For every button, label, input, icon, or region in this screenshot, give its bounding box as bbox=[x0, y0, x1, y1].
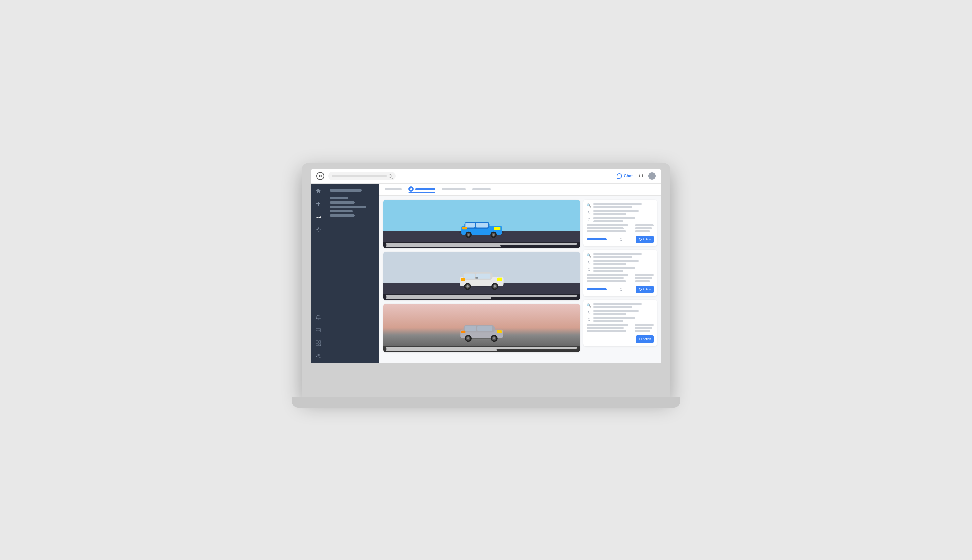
right-card-1-header: 🔍 bbox=[587, 203, 654, 208]
icon-sidebar bbox=[311, 183, 326, 363]
right-card-3-row3: ⏱ bbox=[587, 317, 654, 322]
svg-rect-34 bbox=[460, 278, 465, 280]
topbar-right: Chat bbox=[617, 172, 655, 180]
caption-bar-1 bbox=[386, 243, 577, 245]
right-col-a-3 bbox=[587, 324, 633, 332]
nav-item-2[interactable] bbox=[330, 202, 355, 204]
svg-rect-40 bbox=[477, 326, 492, 331]
clock-icon-3: ⏱ bbox=[587, 317, 591, 322]
action-button-2[interactable]: Action bbox=[636, 285, 654, 293]
right-text-3-2 bbox=[593, 306, 632, 308]
tabs-bar: 3 bbox=[379, 183, 661, 196]
right-col-b-1 bbox=[635, 224, 654, 232]
clock-icon-1: ⏱ bbox=[587, 217, 591, 222]
right-action-row-2: ⏱ Action bbox=[587, 285, 654, 293]
svg-rect-33 bbox=[497, 277, 502, 280]
listings-main: ··· bbox=[383, 200, 580, 359]
right-text-clock-2 bbox=[593, 267, 654, 272]
right-text-2-2 bbox=[593, 256, 632, 258]
action-link-2[interactable] bbox=[587, 288, 607, 290]
bell-nav-icon[interactable] bbox=[315, 314, 322, 321]
right-text-2-1 bbox=[593, 253, 642, 255]
svg-point-16 bbox=[468, 233, 470, 236]
tab-2[interactable]: 3 bbox=[408, 186, 435, 192]
right-icon-row-2: ⏱ bbox=[619, 287, 624, 292]
r2-col-a-3 bbox=[587, 280, 626, 282]
right-col-a-2 bbox=[587, 274, 633, 282]
right-text-1-2 bbox=[593, 206, 632, 208]
chat-button[interactable]: Chat bbox=[617, 173, 633, 178]
settings-icon[interactable] bbox=[315, 226, 322, 233]
r3-col-a-1 bbox=[587, 324, 629, 326]
nav-item-3[interactable] bbox=[330, 206, 366, 208]
inbox-icon[interactable] bbox=[315, 327, 322, 334]
r3-col-b-2 bbox=[635, 327, 652, 329]
svg-rect-35 bbox=[475, 277, 478, 278]
action-link-1[interactable] bbox=[587, 238, 607, 240]
add-icon[interactable] bbox=[315, 200, 322, 207]
users-icon[interactable] bbox=[315, 353, 322, 359]
action-btn-label-3: Action bbox=[642, 337, 651, 341]
car-icon[interactable] bbox=[315, 213, 322, 220]
r2-col-a-2 bbox=[587, 277, 624, 279]
listing-image-1 bbox=[383, 200, 580, 248]
r1-col-a-3 bbox=[587, 230, 626, 232]
tab-4[interactable] bbox=[472, 188, 491, 191]
right-card-3-row2: ↻ bbox=[587, 310, 654, 315]
right-card-1-row2: ↻ bbox=[587, 210, 654, 215]
laptop-base bbox=[292, 397, 680, 408]
right-text-refresh-1 bbox=[593, 210, 654, 215]
nav-item-1[interactable] bbox=[330, 197, 348, 199]
right-text-refresh-2 bbox=[593, 260, 654, 265]
r3-col-a-2 bbox=[587, 327, 624, 329]
headphone-icon[interactable] bbox=[637, 173, 644, 179]
chat-icon bbox=[617, 173, 622, 178]
caption-bar-3 bbox=[386, 295, 577, 297]
svg-rect-2 bbox=[316, 329, 321, 332]
right-text-c1-1 bbox=[593, 217, 635, 219]
svg-rect-3 bbox=[316, 341, 318, 343]
r2-col-b-1 bbox=[635, 274, 654, 276]
action-button-3[interactable]: Action bbox=[636, 335, 654, 343]
svg-point-43 bbox=[467, 337, 469, 340]
caption-bar-6 bbox=[386, 349, 497, 351]
tab-3[interactable] bbox=[442, 188, 465, 191]
caption-bar-5 bbox=[386, 347, 577, 348]
svg-point-7 bbox=[317, 354, 319, 355]
listings-scroll: ··· bbox=[379, 196, 661, 363]
right-text-refresh-3 bbox=[593, 310, 654, 315]
svg-rect-47 bbox=[497, 330, 502, 333]
r2-col-b-2 bbox=[635, 277, 652, 279]
svg-rect-5 bbox=[316, 343, 318, 345]
right-action-row-1: ⏱ Action bbox=[587, 236, 654, 243]
listing-image-2 bbox=[383, 252, 580, 300]
r1-col-b-3 bbox=[635, 230, 650, 232]
right-text-c2-2 bbox=[593, 270, 624, 272]
listing-caption-1 bbox=[383, 242, 580, 248]
search-bar[interactable] bbox=[328, 172, 395, 180]
svg-rect-13 bbox=[476, 223, 488, 227]
action-button-1[interactable]: Action bbox=[636, 236, 654, 243]
nav-sidebar bbox=[326, 183, 379, 363]
right-card-2-row2: ↻ bbox=[587, 260, 654, 265]
action-btn-label-2: Action bbox=[642, 288, 651, 291]
right-card-2: 🔍 ↻ bbox=[583, 250, 657, 296]
svg-rect-4 bbox=[319, 341, 321, 343]
right-card-3-header: 🔍 bbox=[587, 303, 654, 308]
nav-item-5[interactable] bbox=[330, 215, 355, 217]
nav-item-4[interactable] bbox=[330, 210, 353, 212]
tab-1[interactable] bbox=[385, 188, 402, 191]
refresh-icon-3: ↻ bbox=[587, 310, 591, 315]
right-text-c2-1 bbox=[593, 267, 635, 269]
right-text-1-1 bbox=[593, 203, 642, 205]
content-area: 3 bbox=[379, 183, 661, 363]
caption-bar-4 bbox=[386, 297, 491, 299]
r3-col-a-3 bbox=[587, 330, 626, 332]
grid-icon[interactable] bbox=[315, 340, 322, 347]
app-logo[interactable] bbox=[317, 172, 324, 180]
r1-col-b-1 bbox=[635, 224, 654, 226]
refresh-icon-2: ↻ bbox=[587, 260, 591, 265]
home-icon[interactable] bbox=[315, 188, 322, 194]
right-card-2-row3: ⏱ bbox=[587, 267, 654, 272]
user-avatar[interactable] bbox=[648, 172, 655, 180]
